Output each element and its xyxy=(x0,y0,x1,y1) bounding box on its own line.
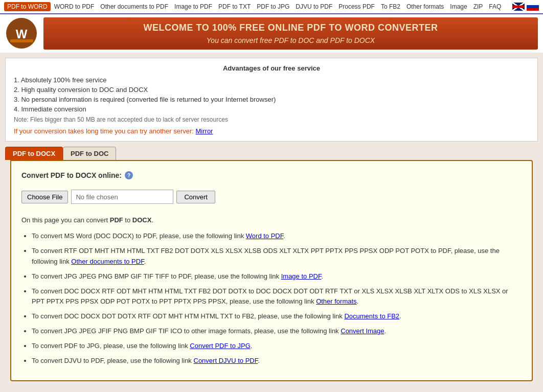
advantage-item-1: 1. Absolutely 100% free service xyxy=(14,76,529,84)
header-title: WELCOME TO 100% FREE ONLINE PDF TO WORD … xyxy=(49,22,533,33)
header-banner: WELCOME TO 100% FREE ONLINE PDF TO WORD … xyxy=(43,17,538,50)
link-docs-to-fb2[interactable]: Documents to FB2 xyxy=(344,312,399,320)
mirror-link[interactable]: Mirror xyxy=(196,127,213,135)
list-item-docs-to-fb2: To convert DOC DOCX DOT DOTX RTF ODT MHT… xyxy=(32,311,522,322)
advantages-list: 1. Absolutely 100% free service 2. High … xyxy=(14,76,529,113)
nav-pdf-to-word[interactable]: PDF to WORD xyxy=(4,2,51,11)
logo: W xyxy=(5,17,38,50)
list-item-word-to-pdf: To convert MS Word (DOC DOCX) to PDF, pl… xyxy=(32,231,522,242)
convert-button[interactable]: Convert xyxy=(176,191,215,203)
list-item-convert-image: To convert JPG JPEG JFIF PNG BMP GIF TIF… xyxy=(32,326,522,337)
list-item-djvu-to-pdf: To convert DJVU to PDF, please, use the … xyxy=(32,356,522,366)
mirror-link-text: If your conversion takes long time you c… xyxy=(14,127,529,135)
link-word-to-pdf[interactable]: Word to PDF xyxy=(246,232,283,240)
description: On this page you can convert PDF to DOCX… xyxy=(21,214,522,366)
flag-ru-icon[interactable] xyxy=(527,3,539,11)
list-item-pdf-to-jpg: To convert PDF to JPG, please, use the f… xyxy=(32,341,522,352)
description-intro: On this page you can convert PDF to DOCX… xyxy=(21,214,522,226)
nav-djvu-to-pdf[interactable]: DJVU to PDF xyxy=(293,2,335,11)
file-name-display: No file chosen xyxy=(71,190,173,204)
nav-zip[interactable]: ZIP xyxy=(471,2,486,11)
nav-other-formats[interactable]: Other formats xyxy=(404,2,446,11)
nav-image[interactable]: Image xyxy=(447,2,469,11)
link-convert-image[interactable]: Convert Image xyxy=(341,327,384,335)
help-icon[interactable]: ? xyxy=(125,171,133,179)
choose-file-button[interactable]: Choose File xyxy=(21,191,68,203)
nav-pdf-to-txt[interactable]: PDF to TXT xyxy=(216,2,253,11)
advantage-item-3: 3. No personal information is required (… xyxy=(14,96,529,103)
file-input-area: Choose File No file chosen Convert xyxy=(21,190,522,204)
list-item-other-formats: To convert DOC DOCX RTF ODT MHT HTM HTML… xyxy=(32,286,522,308)
navigation-bar: PDF to WORD WORD to PDF Other documents … xyxy=(0,0,543,14)
to-format: DOCX xyxy=(132,216,152,224)
nav-process-pdf[interactable]: Process PDF xyxy=(336,2,377,11)
list-item-other-docs: To convert RTF ODT MHT HTM HTML TXT FB2 … xyxy=(32,246,522,267)
convert-label: Convert PDF to DOCX online: ? xyxy=(21,171,522,179)
link-pdf-to-jpg[interactable]: Convert PDF to JPG xyxy=(190,342,250,350)
size-note: Note: Files bigger than 50 MB are not ac… xyxy=(14,116,529,123)
link-djvu-to-pdf[interactable]: Convert DJVU to PDF xyxy=(194,357,258,364)
header-subtitle: You can convert free PDF to DOC and PDF … xyxy=(49,36,533,44)
advantage-item-2: 2. High quality conversion to DOC and DO… xyxy=(14,86,529,94)
tab-pdf-to-docx[interactable]: PDF to DOCX xyxy=(5,147,63,160)
main-panel: Convert PDF to DOCX online: ? Choose Fil… xyxy=(10,160,533,381)
advantages-heading: Advantages of our free service xyxy=(14,64,529,72)
tabs-row: PDF to DOCX PDF to DOC xyxy=(5,147,538,160)
tabs-container: PDF to DOCX PDF to DOC Convert PDF to DO… xyxy=(5,147,538,381)
conversion-links-list: To convert MS Word (DOC DOCX) to PDF, pl… xyxy=(21,231,522,366)
advantage-item-4: 4. Immediate conversion xyxy=(14,105,529,113)
nav-other-docs-to-pdf[interactable]: Other documents to PDF xyxy=(98,2,171,11)
list-item-image-to-pdf: To convert JPG JPEG PNG BMP GIF TIF TIFF… xyxy=(32,271,522,282)
link-image-to-pdf[interactable]: Image to PDF xyxy=(281,272,322,280)
header: W WELCOME TO 100% FREE ONLINE PDF TO WOR… xyxy=(0,14,543,53)
svg-rect-2 xyxy=(10,39,33,42)
link-other-docs[interactable]: Other documents to PDF xyxy=(71,258,144,265)
language-flags xyxy=(512,3,539,11)
tab-pdf-to-doc[interactable]: PDF to DOC xyxy=(63,147,116,160)
svg-text:W: W xyxy=(16,27,28,41)
nav-word-to-pdf[interactable]: WORD to PDF xyxy=(52,2,97,11)
nav-image-to-pdf[interactable]: Image to PDF xyxy=(172,2,215,11)
from-format: PDF xyxy=(110,216,123,224)
nav-to-fb2[interactable]: To FB2 xyxy=(378,2,403,11)
advantages-box: Advantages of our free service 1. Absolu… xyxy=(5,58,538,142)
link-other-formats[interactable]: Other formats xyxy=(316,297,356,305)
nav-pdf-to-jpg[interactable]: PDF to JPG xyxy=(254,2,292,11)
nav-faq[interactable]: FAQ xyxy=(486,2,504,11)
flag-uk-icon[interactable] xyxy=(512,3,525,11)
